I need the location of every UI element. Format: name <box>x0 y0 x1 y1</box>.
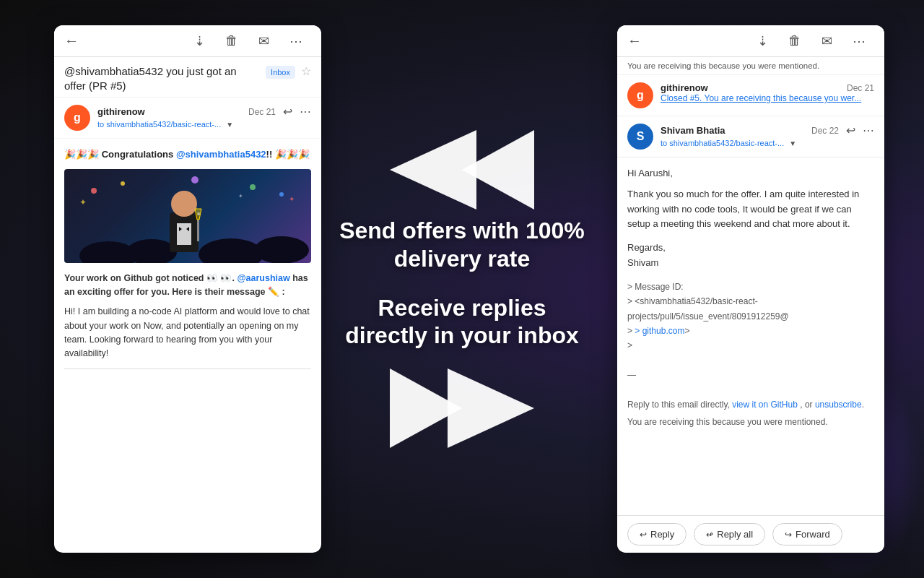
svg-point-1 <box>126 239 177 263</box>
metadata-github: > > github.com> <box>627 324 874 338</box>
sender-date: Dec 21 <box>248 107 276 117</box>
right-sender-name-row-2: Shivam Bhatia Dec 22 ↩ ⋯ <box>661 124 874 137</box>
toolbar-right-icons: ⇣ 🗑 ✉ ⋯ <box>194 33 311 49</box>
email-notice: Your work on Github got noticed 👀 👀. @aa… <box>64 272 311 300</box>
forward-icon: ↪ <box>785 530 792 540</box>
sender-to: to shivambhatia5432/basic-react-... ▼ <box>97 120 311 129</box>
left-phone-panel: ← ⇣ 🗑 ✉ ⋯ @shivambhatia5432 you just got… <box>54 25 321 553</box>
svg-point-2 <box>199 238 263 263</box>
reply-all-icon: ↫ <box>706 530 713 540</box>
star-icon[interactable]: ☆ <box>301 64 311 79</box>
view-github-link[interactable]: view it on GitHub <box>732 400 798 410</box>
notification-text: You are receiving this because you were … <box>627 61 819 70</box>
center-overlay: Send offers with 100% delivery rate Rece… <box>339 123 585 455</box>
reply-all-button[interactable]: ↫ Reply all <box>694 523 765 545</box>
greeting: Hi Aarushi, <box>627 166 874 181</box>
sender-name-row: githirenow Dec 21 ↩ ⋯ <box>97 105 311 118</box>
svg-point-10 <box>171 191 197 217</box>
back-icon[interactable]: ← <box>64 33 79 49</box>
right-toolbar: ← ⇣ 🗑 ✉ ⋯ <box>617 25 884 57</box>
reply-icon[interactable]: ↩ <box>283 105 292 118</box>
svg-marker-21 <box>390 130 476 210</box>
top-promo-text: Send offers with 100% delivery rate <box>339 217 585 272</box>
right-toolbar-icons: ⇣ 🗑 ✉ ⋯ <box>757 33 874 49</box>
body-content: Thank you so much for the offer. I am qu… <box>627 187 874 232</box>
final-notice: You are receiving this because you were … <box>627 415 874 429</box>
metadata-label: > Message ID: <box>627 280 874 294</box>
gatsby-svg: ✦ ✦ ✦ <box>65 169 310 263</box>
right-sender-actions-2: Dec 22 ↩ ⋯ <box>811 124 874 137</box>
email-message: Hi! I am building a no-code AI platform … <box>64 305 311 361</box>
more-sender-icon[interactable]: ⋯ <box>300 105 311 118</box>
closed-badge-row: Closed #5. You are receiving this becaus… <box>661 93 874 103</box>
metadata-block: > Message ID: > <shivambhatia5432/basic-… <box>627 280 874 430</box>
right-sender-row-1: g githirenow Dec 21 Closed #5. You are r… <box>617 75 884 116</box>
right-sender-name-row-1: githirenow Dec 21 <box>661 82 874 93</box>
reply-bar: ↩ Reply ↫ Reply all ↪ Forward <box>617 515 884 553</box>
regards: Regards,Shivam <box>627 241 874 271</box>
mail-icon[interactable]: ✉ <box>258 33 269 49</box>
metadata-id: > <shivambhatia5432/basic-react-projects… <box>627 294 874 324</box>
svg-point-5 <box>121 181 125 186</box>
reply-button[interactable]: ↩ Reply <box>627 523 687 545</box>
svg-rect-12 <box>197 220 199 241</box>
delete-icon[interactable]: 🗑 <box>225 33 238 48</box>
svg-text:✦: ✦ <box>238 193 243 199</box>
metadata-gt: > <box>627 338 874 353</box>
archive-icon[interactable]: ⇣ <box>194 33 205 49</box>
svg-point-7 <box>279 192 284 197</box>
right-phone-panel: ← ⇣ 🗑 ✉ ⋯ You are receiving this because… <box>617 25 884 553</box>
right-back-icon[interactable]: ← <box>627 33 642 49</box>
reply-icon-btn: ↩ <box>640 530 647 540</box>
separator: — <box>627 368 874 382</box>
right-delete-icon[interactable]: 🗑 <box>788 33 801 48</box>
sender-info: githirenow Dec 21 ↩ ⋯ to shivambhatia543… <box>90 105 311 129</box>
sender-actions: Dec 21 ↩ ⋯ <box>248 105 311 118</box>
github-link[interactable]: > github.com <box>635 326 684 336</box>
forward-label: Forward <box>796 529 830 540</box>
more-icon[interactable]: ⋯ <box>289 33 302 49</box>
right-more-icon[interactable]: ⋯ <box>853 33 866 49</box>
right-sender-name-2: Shivam Bhatia <box>661 125 725 136</box>
right-avatar-1: g <box>627 82 653 108</box>
right-avatar-2: S <box>627 124 653 150</box>
sender-avatar: g <box>64 105 90 131</box>
svg-text:✦: ✦ <box>289 195 295 203</box>
unsubscribe-link[interactable]: unsubscribe <box>815 400 862 410</box>
right-sender-info-2: Shivam Bhatia Dec 22 ↩ ⋯ to shivambhatia… <box>653 124 874 147</box>
left-arrow-svg <box>390 123 534 217</box>
right-mail-icon[interactable]: ✉ <box>821 33 832 49</box>
bottom-promo-block: Receive replies directly in your inbox <box>339 294 585 455</box>
right-email-body: Hi Aarushi, Thank you so much for the of… <box>617 158 884 483</box>
right-sender-date-2: Dec 22 <box>811 126 839 136</box>
right-more-icon-2[interactable]: ⋯ <box>863 124 874 137</box>
right-reply-icon[interactable]: ↩ <box>846 124 855 137</box>
main-container: ← ⇣ 🗑 ✉ ⋯ @shivambhatia5432 you just got… <box>0 0 924 578</box>
gatsby-image: ✦ ✦ ✦ <box>64 169 311 263</box>
sender-name: githirenow <box>97 106 145 117</box>
left-toolbar: ← ⇣ 🗑 ✉ ⋯ <box>54 25 321 57</box>
divider <box>64 368 311 369</box>
svg-point-6 <box>250 184 256 190</box>
reply-all-label: Reply all <box>717 529 753 540</box>
left-subject-text: @shivambhatia5432 you just got an offer … <box>64 64 260 92</box>
svg-point-14 <box>197 212 200 215</box>
svg-marker-23 <box>448 368 534 448</box>
right-body-text: Hi Aarushi, Thank you so much for the of… <box>627 166 874 430</box>
right-sender-row-2: S Shivam Bhatia Dec 22 ↩ ⋯ to shivambhat… <box>617 116 884 158</box>
top-promo-block: Send offers with 100% delivery rate <box>339 123 585 272</box>
svg-text:✦: ✦ <box>79 197 87 207</box>
svg-point-8 <box>191 176 199 184</box>
congratulations-text: 🎉🎉🎉 Congratulations @shivambhatia5432!! … <box>64 147 311 162</box>
left-subject-bar: @shivambhatia5432 you just got an offer … <box>54 57 321 98</box>
svg-rect-11 <box>177 223 191 245</box>
closed-text: Closed #5. You are receiving this becaus… <box>661 93 861 103</box>
bottom-promo-text: Receive replies directly in your inbox <box>339 294 585 350</box>
forward-button[interactable]: ↪ Forward <box>772 523 842 545</box>
svg-point-3 <box>254 236 309 263</box>
right-archive-icon[interactable]: ⇣ <box>757 33 768 49</box>
right-arrow-svg <box>390 361 534 455</box>
reply-notice: Reply to this email directly, view it on… <box>627 397 874 412</box>
left-email-body: 🎉🎉🎉 Congratulations @shivambhatia5432!! … <box>54 139 321 385</box>
right-sender-info-1: githirenow Dec 21 Closed #5. You are rec… <box>653 82 874 103</box>
